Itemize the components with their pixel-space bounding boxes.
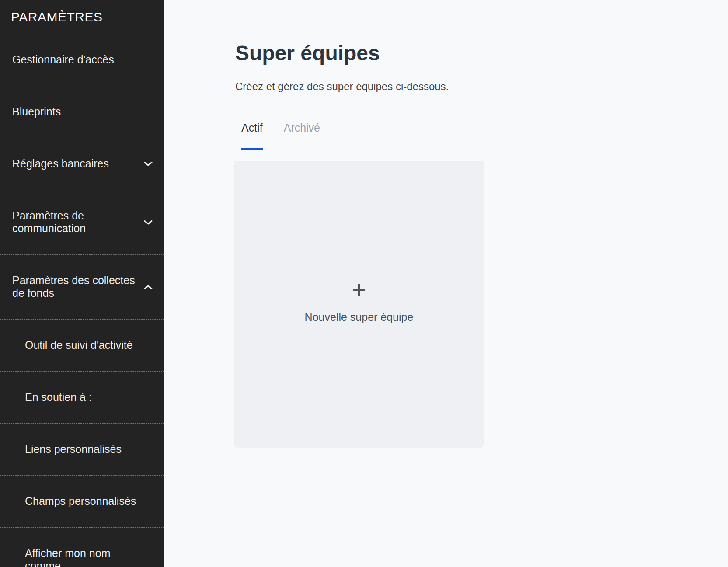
sidebar-item-reglages-bancaires[interactable]: Réglages bancaires [0,138,164,190]
sidebar-item-label: Liens personnalisés [25,443,122,455]
tab-actif[interactable]: Actif [241,122,263,150]
plus-icon [353,284,365,296]
sidebar-item-label: En soutien à : [25,391,92,403]
sidebar-nav: Gestionnaire d'accès Blueprints Réglages… [0,34,164,567]
sidebar-item-label: Afficher mon nom comme [25,547,110,567]
sidebar-item-parametres-de-communication[interactable]: Paramètres de communication [0,190,164,254]
sidebar-item-gestionnaire-d-acces[interactable]: Gestionnaire d'accès [0,34,164,86]
sidebar-title: PARAMÈTRES [0,0,164,34]
sidebar-item-champs-personnalises[interactable]: Champs personnalisés [0,475,164,527]
sidebar-item-parametres-des-collectes-de-fonds[interactable]: Paramètres des collectes de fonds [0,254,164,319]
sidebar-item-blueprints[interactable]: Blueprints [0,86,164,138]
sidebar-item-label: Outil de suivi d'activité [25,339,133,351]
tabs: ActifArchivé [235,122,320,150]
sidebar-item-label: Champs personnalisés [25,495,136,507]
chevron-down-icon [144,162,153,167]
page-title: Super équipes [235,41,711,65]
sidebar-item-outil-de-suivi-d-activite[interactable]: Outil de suivi d'activité [0,319,164,371]
sidebar-item-en-soutien-a[interactable]: En soutien à : [0,371,164,423]
tab-archive[interactable]: Archivé [284,122,320,150]
sidebar-item-label: Paramètres de communication [12,209,86,234]
sidebar-item-afficher-mon-nom-comme[interactable]: Afficher mon nom comme [0,527,164,567]
sidebar-item-label: Réglages bancaires [12,157,109,170]
sidebar-item-label: Blueprints [12,105,61,118]
settings-sidebar: PARAMÈTRES Gestionnaire d'accès Blueprin… [0,0,164,567]
chevron-down-icon [144,220,153,225]
new-super-team-card[interactable]: Nouvelle super équipe [234,161,484,448]
new-team-label: Nouvelle super équipe [305,310,414,324]
chevron-up-icon [144,285,153,289]
sidebar-item-label: Gestionnaire d'accès [12,53,114,66]
sidebar-item-liens-personnalises[interactable]: Liens personnalisés [0,423,164,475]
sidebar-item-label: Paramètres des collectes de fonds [12,274,135,299]
main-content: Super équipes Créez et gérez des super é… [164,0,728,567]
page-subtitle: Créez et gérez des super équipes ci-dess… [235,80,711,94]
